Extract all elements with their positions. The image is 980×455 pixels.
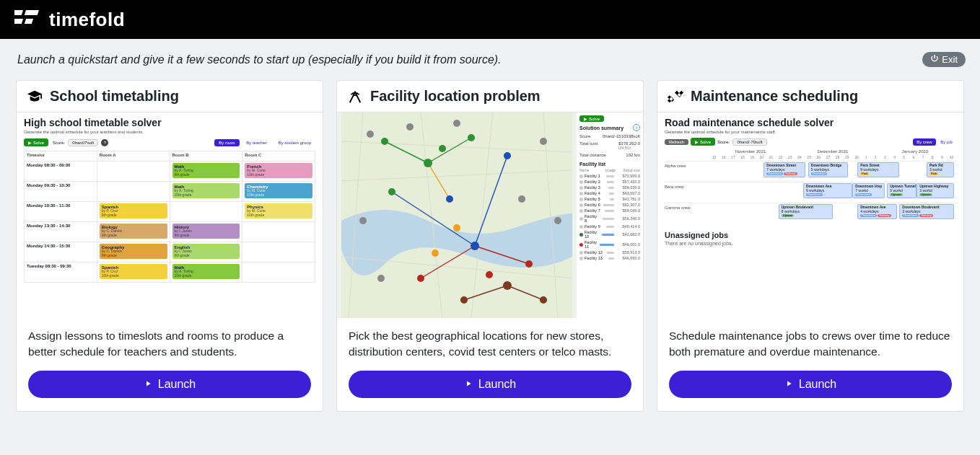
svg-rect-0 [14,10,23,15]
gantt-task[interactable]: Downtown Ave4 workdaysDowntown Subway [857,204,897,219]
map-side-panel: ▶ Solve Solution summary i Score0hard/-1… [577,112,643,318]
list-item[interactable]: Facility 2 $57,433.0 [579,180,640,184]
facility-list-title: Facility list [579,162,640,167]
svg-point-33 [439,145,446,152]
logo-icon [14,10,39,29]
list-item[interactable]: Facility 4 $43,567.0 [579,191,640,195]
table-row: Beta crew Downtown Ave9 workdaysDowntown… [665,182,956,203]
list-item[interactable]: Facility 11 $46,001.0 [579,240,640,249]
table-row: Monday 10:30 - 11:30Spanishby P. Cruz9th… [25,202,315,222]
list-item[interactable]: Facility 13 $46,095.0 [579,256,640,260]
svg-point-41 [432,249,439,257]
refresh-button[interactable]: Refresh [665,139,688,145]
score-chip: Score: 0hard/-70soft [717,138,767,146]
svg-point-28 [518,195,525,203]
unassigned-title: Unassigned jobs [665,231,956,239]
tab-by-teacher[interactable]: By teacher [242,139,271,146]
list-item[interactable]: Facility 5 $41,781.0 [579,197,640,201]
svg-point-44 [460,296,468,304]
card-header: School timetabling [17,81,323,112]
card-header: Facility location problem [337,81,643,112]
svg-point-27 [554,217,561,224]
tab-by-student-group[interactable]: By student group [274,139,315,146]
svg-point-43 [540,296,547,304]
solve-button[interactable]: ▶ Solve [691,138,715,146]
power-icon [930,54,939,65]
svg-point-26 [377,275,385,282]
svg-rect-3 [25,19,33,24]
gantt-task[interactable]: Uptown Boulevard8 workdaysUptown [779,204,833,219]
exit-button[interactable]: Exit [922,52,966,67]
card-school-timetabling: School timetabling High school timetable… [16,80,323,412]
svg-point-36 [446,195,453,203]
brand: timefold [14,9,125,31]
svg-point-40 [453,224,460,231]
table-row: Monday 09:30 - 10:30Mathby A. Turing10th… [25,182,315,202]
exit-label: Exit [942,54,958,65]
play-icon [144,378,152,391]
gantt-task[interactable]: Downtown Hwy7 workdDowntown [852,183,884,198]
tools-icon [668,89,683,105]
topbar: timefold [0,0,980,39]
help-icon[interactable]: ? [101,139,108,146]
svg-point-31 [468,134,475,141]
solve-button[interactable]: ▶ Solve [24,138,48,146]
info-icon[interactable]: i [633,124,640,131]
table-row: Monday 13:30 - 14:30Biologyby C. Darwin9… [25,222,315,242]
gantt-task[interactable]: Downtown Street7 workdaysDowntown Subway [764,162,805,177]
tab-by-room[interactable]: By room [214,139,239,146]
list-item[interactable]: Facility 7 $59,049.0 [579,208,640,213]
gantt-task[interactable]: Park Street9 workdaysPark [857,162,899,177]
gantt-task[interactable]: Park Rd3 workdPark [927,162,954,177]
card-preview: High school timetable solver Generate th… [17,112,323,318]
list-item[interactable]: Facility 12 $58,913.0 [579,250,640,255]
timetable-grid: Timeslot Room A Room B Room C Monday 08:… [24,151,315,283]
list-item[interactable]: Facility 6 $52,307.0 [579,203,640,207]
card-description: Schedule maintenance jobs to crews over … [657,318,963,366]
graduation-cap-icon [27,89,43,105]
svg-point-24 [540,138,547,145]
summary-title: Solution summary [579,125,624,131]
unassigned-empty: There are no unassigned jobs. [665,241,956,246]
gantt-task[interactable]: Downtown Boulevard3 workdaysDowntown Sub… [899,204,953,219]
gantt-task[interactable]: Downtown Ave9 workdaysDowntown [803,183,852,198]
svg-point-37 [525,260,533,268]
list-item[interactable]: Facility 1 $70,909.0 [579,174,640,178]
svg-point-34 [471,242,479,250]
card-maintenance-scheduling: Maintenance scheduling Road maintenance … [657,80,964,412]
cards-grid: School timetabling High school timetable… [0,76,980,426]
launch-button[interactable]: Launch [28,371,311,398]
map-canvas[interactable] [337,112,577,318]
table-row: Alpha crew Downtown Street7 workdaysDown… [665,161,956,182]
preview-subtitle: Generate the optimal schedule for your m… [665,130,956,134]
tab-by-job[interactable]: By job [937,138,956,146]
card-description: Assign lessons to timeslots and rooms to… [17,318,323,366]
card-description: Pick the best geographical locations for… [337,318,643,366]
svg-point-29 [424,159,432,167]
view-tabs: By room By teacher By student group [213,141,315,145]
list-item[interactable]: Facility 10 $42,682.0 [579,230,640,239]
card-header: Maintenance scheduling [657,81,963,112]
gantt-task[interactable]: Uptown Highway3 workdUptown [916,183,953,198]
card-preview: ▶ Solve Solution summary i Score0hard/-1… [337,112,643,318]
launch-button[interactable]: Launch [669,371,952,398]
svg-point-21 [367,131,374,138]
play-icon [464,378,473,391]
table-row: Monday 14:30 - 15:30Geographyby C. Darwi… [25,242,315,262]
gantt-task[interactable]: Downtown Bridge5 workdaysDowntown [808,162,848,177]
list-item[interactable]: Facility 9 $40,414.0 [579,224,640,229]
card-facility-location: Facility location problem [336,80,644,412]
tab-by-crew[interactable]: By crew [913,138,935,146]
launch-button[interactable]: Launch [349,371,631,398]
list-item[interactable]: Facility 3 $56,039.0 [579,185,640,190]
svg-point-30 [381,138,388,145]
play-icon [784,378,793,391]
preview-title: Road maintenance schedule solver [665,117,956,128]
solve-button[interactable]: ▶ Solve [579,115,604,122]
list-item[interactable]: Facility 8 $56,346.0 [579,214,640,223]
svg-point-22 [406,123,414,131]
preview-subtitle: Generate the optimal schedule for your t… [24,130,315,134]
preview-title: High school timetable solver [24,117,315,128]
svg-point-23 [453,120,460,127]
gantt-task[interactable]: Uptown Tunnel5 workdUptown [887,183,916,198]
